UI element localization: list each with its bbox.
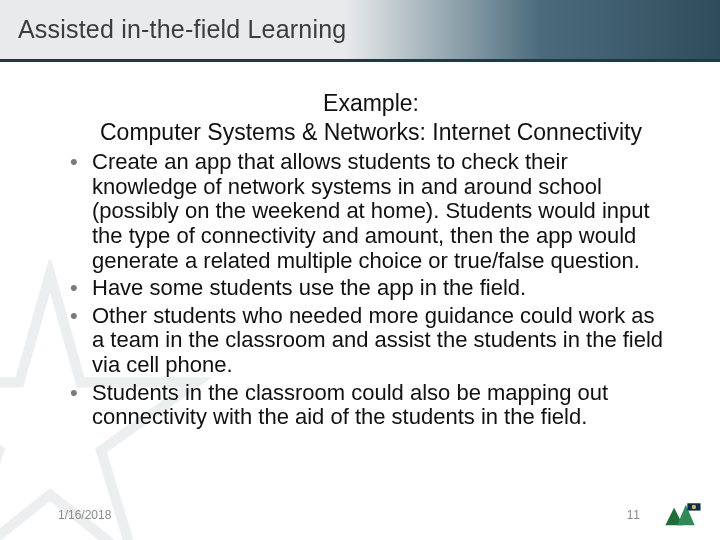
footer: 1/16/2018 11 (0, 500, 720, 530)
list-item: Have some students use the app in the fi… (70, 276, 672, 301)
list-item: Other students who needed more guidance … (70, 304, 672, 378)
list-item: Students in the classroom could also be … (70, 381, 672, 430)
example-heading: Example: (70, 90, 672, 117)
bullet-list: Create an app that allows students to ch… (70, 150, 672, 430)
footer-right: 11 (627, 500, 702, 530)
page-number: 11 (627, 508, 640, 522)
slide-title: Assisted in-the-field Learning (18, 15, 346, 44)
content-area: Example: Computer Systems & Networks: In… (0, 62, 720, 430)
svg-point-4 (692, 505, 696, 509)
example-subheading: Computer Systems & Networks: Internet Co… (70, 119, 672, 146)
slide: Assisted in-the-field Learning Example: … (0, 0, 720, 540)
organization-logo-icon (658, 500, 702, 530)
footer-date: 1/16/2018 (58, 508, 111, 522)
title-bar: Assisted in-the-field Learning (0, 0, 720, 62)
list-item: Create an app that allows students to ch… (70, 150, 672, 273)
